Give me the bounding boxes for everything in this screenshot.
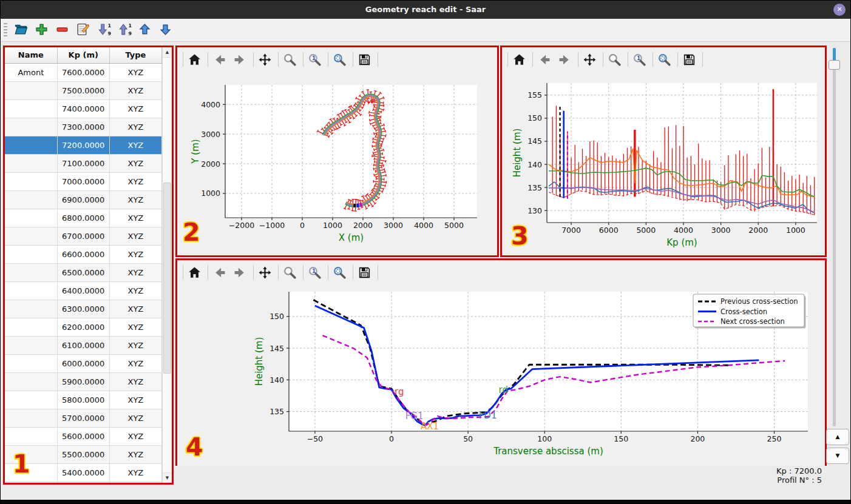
table-header-name[interactable]: Name <box>5 47 57 63</box>
home-button[interactable] <box>510 50 531 69</box>
scroll-up-arrow-icon[interactable]: ▲ <box>163 47 172 58</box>
plan-view-plot[interactable]: −2000−1000010002000300040005000100020003… <box>177 72 497 255</box>
toolbar-grip[interactable] <box>4 23 7 38</box>
zoom-icon <box>608 53 622 67</box>
back-button[interactable] <box>210 263 231 282</box>
table-row[interactable]: 7300.0000XYZ <box>5 118 162 136</box>
cell-kp: 6600.0000 <box>57 245 109 263</box>
svg-text:135: 135 <box>527 183 542 192</box>
svg-text:1000: 1000 <box>323 221 342 230</box>
svg-text:2000: 2000 <box>353 221 373 230</box>
table-row[interactable]: 6300.0000XYZ <box>5 300 162 318</box>
cell-type: XYZ <box>109 445 161 463</box>
table-row[interactable]: 7200.0000XYZ <box>5 136 162 154</box>
table-scrollbar[interactable]: ▲ ▼ <box>162 47 172 483</box>
table-row[interactable]: 5600.0000XYZ <box>5 427 162 445</box>
edit-profile-button[interactable] <box>74 20 93 39</box>
table-row[interactable]: 6200.0000XYZ <box>5 318 162 336</box>
profile-slider-track[interactable] <box>833 48 836 426</box>
cell-name <box>5 482 57 483</box>
add-profile-button[interactable] <box>33 20 52 39</box>
zoom-button[interactable] <box>280 50 301 69</box>
table-row[interactable]: 6800.0000XYZ <box>5 209 162 227</box>
profile-slider-handle[interactable] <box>829 60 840 70</box>
cell-name <box>5 372 57 391</box>
cell-name <box>5 245 57 263</box>
zoom-one-button[interactable]: 1 <box>630 50 651 69</box>
folder-open-icon <box>13 22 29 37</box>
remove-profile-button[interactable] <box>53 20 73 39</box>
close-button[interactable]: ✕ <box>833 4 846 16</box>
table-row[interactable]: 6500.0000XYZ <box>5 263 162 281</box>
toolbar-separator <box>253 52 254 67</box>
zoom-fit-button[interactable] <box>330 263 351 282</box>
svg-text:4000: 4000 <box>414 221 433 230</box>
cell-type: XYZ <box>109 336 161 354</box>
sort-descending-button[interactable]: 19 <box>95 20 114 39</box>
move-down-button[interactable] <box>157 20 176 39</box>
zoom-fit-button[interactable] <box>655 50 676 69</box>
cell-type: XYZ <box>109 81 161 99</box>
save-button[interactable] <box>680 50 700 69</box>
home-icon <box>188 266 202 280</box>
edit-icon <box>75 22 90 37</box>
table-row[interactable]: 7500.0000XYZ <box>5 81 162 99</box>
table-row[interactable]: Amont7600.0000XYZ <box>5 63 162 81</box>
arrow-down-icon <box>158 22 173 37</box>
table-row[interactable]: 6100.0000XYZ <box>5 336 162 354</box>
sort-asc-icon: 19 <box>117 22 132 37</box>
toolbar-separator <box>328 265 328 280</box>
profile-up-button[interactable]: ▲ <box>826 429 849 445</box>
cell-type: XYZ <box>109 154 161 172</box>
home-button[interactable] <box>185 263 206 282</box>
scroll-down-arrow-icon[interactable]: ▼ <box>163 472 172 483</box>
remove-icon <box>55 22 70 37</box>
forward-button[interactable] <box>231 50 251 69</box>
zoom-button[interactable] <box>605 50 626 69</box>
forward-button[interactable] <box>231 263 251 282</box>
cell-kp: 6900.0000 <box>57 190 109 209</box>
table-row[interactable]: 6600.0000XYZ <box>5 245 162 263</box>
table-row[interactable]: 7100.0000XYZ <box>5 154 162 172</box>
table-row[interactable]: 6000.0000XYZ <box>5 354 162 372</box>
zoom-one-button[interactable]: 1 <box>305 50 326 69</box>
down-triangle-icon: ▼ <box>836 452 840 459</box>
table-row[interactable]: 5300.0000XYZ <box>5 482 162 483</box>
save-button[interactable] <box>355 263 376 282</box>
cell-type: XYZ <box>109 136 161 154</box>
table-row[interactable]: 7000.0000XYZ <box>5 172 162 190</box>
cross-section-plot[interactable]: −50050100150200250135140145150Transverse… <box>177 284 825 466</box>
zoom-button[interactable] <box>280 263 301 282</box>
home-button[interactable] <box>185 50 206 69</box>
table-row[interactable]: 5700.0000XYZ <box>5 409 162 427</box>
cell-name <box>5 190 57 209</box>
svg-text:−1000: −1000 <box>259 221 285 230</box>
save-button[interactable] <box>355 50 376 69</box>
pan-button[interactable] <box>256 50 276 69</box>
table-scrollbar-thumb[interactable] <box>163 183 171 374</box>
table-row[interactable]: 6700.0000XYZ <box>5 227 162 245</box>
cell-type: XYZ <box>109 172 161 190</box>
longitudinal-profile-plot[interactable]: 7000600050004000300020001000130135140145… <box>502 72 825 255</box>
table-row[interactable]: 6400.0000XYZ <box>5 281 162 300</box>
table-header-type[interactable]: Type <box>109 47 161 63</box>
zoom-fit-button[interactable] <box>330 50 351 69</box>
zoom-one-button[interactable]: 1 <box>305 263 326 282</box>
back-button[interactable] <box>210 50 231 69</box>
table-header-kp-m-[interactable]: Kp (m) <box>57 47 109 63</box>
pan-button[interactable] <box>580 50 601 69</box>
back-button[interactable] <box>535 50 555 69</box>
profile-down-button[interactable]: ▼ <box>826 448 849 464</box>
move-up-button[interactable] <box>136 20 155 39</box>
table-row[interactable]: 5800.0000XYZ <box>5 391 162 409</box>
pan-button[interactable] <box>256 263 276 282</box>
table-row[interactable]: 5900.0000XYZ <box>5 372 162 391</box>
table-row[interactable]: 6900.0000XYZ <box>5 190 162 209</box>
svg-text:150: 150 <box>270 312 284 321</box>
cell-name <box>5 99 57 118</box>
svg-text:9: 9 <box>107 31 110 36</box>
forward-button[interactable] <box>555 50 576 69</box>
open-button[interactable] <box>12 20 32 39</box>
sort-ascending-button[interactable]: 19 <box>115 20 135 39</box>
table-row[interactable]: 7400.0000XYZ <box>5 99 162 118</box>
